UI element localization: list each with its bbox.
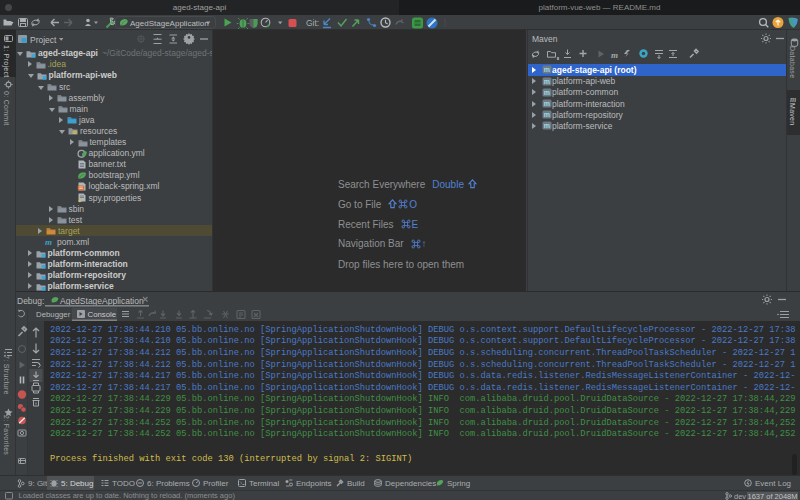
svg-text:m: m bbox=[45, 237, 52, 247]
svg-text:m: m bbox=[544, 100, 550, 107]
svg-text:Maven: Maven bbox=[532, 34, 558, 44]
svg-text:Debug:: Debug: bbox=[17, 296, 44, 306]
svg-text:m: m bbox=[544, 66, 550, 73]
svg-text:Console: Console bbox=[88, 310, 117, 319]
svg-text:m: m bbox=[544, 89, 550, 96]
svg-text:m: m bbox=[544, 122, 550, 129]
svg-text:m: m bbox=[544, 78, 550, 85]
svg-text:Git:: Git: bbox=[306, 18, 319, 28]
svg-text:m: m bbox=[611, 50, 618, 60]
svg-text:m: m bbox=[544, 111, 550, 118]
svg-text:AgedStageApplication: AgedStageApplication bbox=[60, 296, 144, 306]
svg-text:AgedStageApplication: AgedStageApplication bbox=[130, 19, 209, 28]
svg-text:Project: Project bbox=[30, 35, 57, 45]
svg-text:Debugger: Debugger bbox=[36, 310, 71, 319]
